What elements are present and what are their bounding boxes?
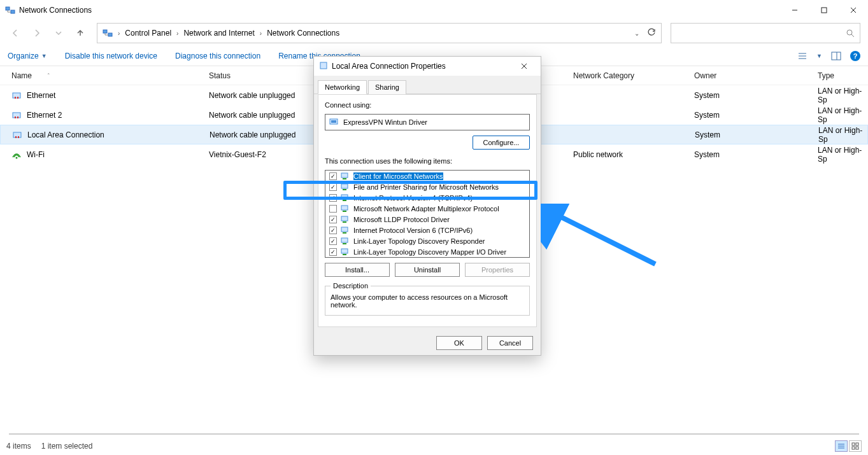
connection-name: Wi-Fi (27, 150, 45, 159)
search-input[interactable] (671, 23, 860, 43)
dialog-close-button[interactable] (513, 59, 536, 73)
forward-button[interactable] (29, 25, 45, 41)
item-label: Microsoft LLDP Protocol Driver (353, 216, 450, 223)
history-dropdown-icon[interactable]: ⌄ (634, 30, 639, 37)
item-label: Link-Layer Topology Discovery Mapper I/O… (353, 248, 506, 256)
annotation-arrow (541, 204, 662, 274)
cancel-button[interactable]: Cancel (487, 336, 533, 350)
adapter-box: ExpressVPN Wintun Driver (325, 114, 530, 130)
component-icon (341, 227, 350, 234)
ok-button[interactable]: OK (436, 336, 482, 350)
properties-button[interactable]: Properties (465, 263, 530, 277)
uninstall-button[interactable]: Uninstall (395, 263, 460, 277)
item-checkbox[interactable] (329, 194, 337, 202)
item-checkbox[interactable] (329, 205, 337, 213)
address-bar[interactable]: › Control Panel › Network and Internet ›… (97, 23, 662, 43)
breadcrumb-item[interactable]: Network Connections (267, 29, 339, 38)
svg-rect-54 (856, 447, 858, 449)
close-button[interactable] (839, 0, 868, 20)
description-text: Allows your computer to access resources… (331, 293, 508, 309)
svg-rect-52 (856, 443, 858, 445)
breadcrumb-item[interactable]: Control Panel (125, 29, 171, 38)
svg-rect-39 (343, 221, 346, 223)
details-view-button[interactable] (835, 440, 848, 452)
svg-rect-20 (17, 116, 18, 118)
up-button[interactable] (73, 25, 88, 41)
svg-rect-1 (11, 10, 15, 13)
item-label: Microsoft Network Adapter Multiplexor Pr… (353, 205, 499, 213)
item-count: 4 items (6, 442, 31, 451)
connection-items-list[interactable]: Client for Microsoft NetworksFile and Pr… (325, 170, 530, 258)
breadcrumb-item[interactable]: Network and Internet (183, 29, 254, 38)
connection-item[interactable]: Internet Protocol Version 6 (TCP/IPv6) (325, 225, 529, 235)
preview-pane-button[interactable] (831, 51, 841, 61)
connection-item[interactable]: File and Printer Sharing for Microsoft N… (325, 181, 529, 192)
svg-rect-43 (343, 243, 346, 244)
ethernet-icon (11, 90, 22, 101)
connection-owner: System (694, 150, 818, 159)
diagnose-button[interactable]: Diagnose this connection (175, 52, 260, 60)
item-checkbox[interactable] (329, 172, 337, 180)
connection-name: Ethernet (27, 91, 55, 100)
chevron-right-icon: › (118, 30, 120, 37)
svg-rect-18 (13, 113, 20, 118)
connection-item[interactable]: Client for Microsoft Networks (325, 171, 529, 181)
tab-sharing[interactable]: Sharing (368, 80, 406, 94)
tab-networking[interactable]: Networking (318, 80, 367, 94)
svg-rect-31 (343, 178, 346, 179)
item-checkbox[interactable] (329, 237, 337, 245)
svg-rect-23 (18, 136, 19, 138)
maximize-button[interactable] (809, 0, 839, 20)
item-checkbox[interactable] (329, 216, 337, 223)
connection-item[interactable]: Link-Layer Topology Discovery Mapper I/O… (325, 246, 529, 257)
recent-locations-button[interactable] (51, 25, 66, 41)
svg-rect-53 (852, 447, 855, 449)
svg-rect-35 (343, 200, 346, 201)
column-owner[interactable]: Owner (694, 71, 818, 80)
svg-rect-44 (341, 249, 348, 253)
svg-rect-45 (343, 254, 346, 255)
item-checkbox[interactable] (329, 183, 337, 191)
svg-rect-30 (341, 173, 348, 178)
large-icons-view-button[interactable] (849, 440, 862, 452)
dialog-title: Local Area Connection Properties (332, 62, 446, 71)
item-checkbox[interactable] (329, 227, 337, 234)
item-label: Internet Protocol Version 4 (TCP/IPv4) (353, 194, 473, 202)
window-title: Network Connections (19, 6, 92, 15)
svg-rect-19 (15, 116, 16, 118)
item-checkbox[interactable] (329, 248, 337, 256)
svg-rect-0 (6, 7, 10, 10)
chevron-down-icon: ▼ (41, 53, 47, 59)
component-icon (341, 205, 350, 213)
column-network-category[interactable]: Network Category (573, 71, 694, 80)
connection-name: Local Area Connection (27, 130, 104, 139)
connection-owner: System (694, 91, 818, 100)
svg-rect-51 (852, 443, 855, 445)
connection-item[interactable]: Microsoft LLDP Protocol Driver (325, 214, 529, 225)
refresh-button[interactable] (647, 28, 656, 39)
search-icon (846, 29, 855, 38)
connection-item[interactable]: Link-Layer Topology Discovery Responder (325, 235, 529, 246)
svg-rect-3 (822, 8, 827, 13)
component-icon (341, 183, 350, 191)
help-button[interactable]: ? (850, 51, 860, 61)
disable-device-button[interactable]: Disable this network device (65, 52, 157, 60)
view-options-button[interactable] (797, 51, 808, 61)
svg-rect-29 (331, 120, 336, 123)
configure-button[interactable]: Configure... (473, 136, 530, 150)
svg-rect-37 (343, 211, 346, 212)
connection-item[interactable]: Internet Protocol Version 4 (TCP/IPv4) (325, 192, 529, 203)
ethernet-icon (12, 130, 22, 140)
back-button[interactable] (8, 25, 23, 41)
column-name[interactable]: Name˄ (11, 71, 209, 80)
properties-dialog: Local Area Connection Properties Network… (313, 56, 541, 356)
minimize-button[interactable] (780, 0, 809, 20)
item-label: Link-Layer Topology Discovery Responder (353, 237, 485, 245)
install-button[interactable]: Install... (325, 263, 390, 277)
chevron-down-icon[interactable]: ▼ (816, 53, 822, 59)
location-icon (103, 28, 113, 38)
column-type[interactable]: Type (818, 71, 868, 80)
organize-menu[interactable]: Organize▼ (8, 52, 47, 60)
connection-item[interactable]: Microsoft Network Adapter Multiplexor Pr… (325, 203, 529, 214)
dialog-tabs: Networking Sharing (314, 76, 541, 94)
